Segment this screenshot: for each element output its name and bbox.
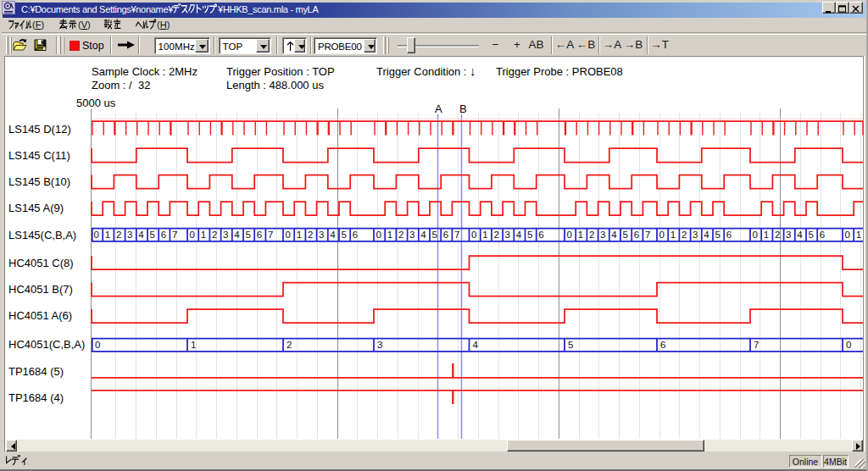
svg-text:5: 5 [342,230,347,240]
svg-text:3: 3 [409,230,415,240]
svg-text:0: 0 [376,230,381,240]
svg-text:4: 4 [420,230,426,240]
svg-text:4: 4 [704,230,709,240]
svg-text:2: 2 [589,230,594,240]
svg-text:0: 0 [286,230,291,240]
svg-text:4: 4 [234,230,240,240]
svg-text:2: 2 [398,230,403,240]
svg-text:3: 3 [600,230,605,240]
svg-text:1: 1 [856,230,861,240]
svg-text:5: 5 [568,340,573,350]
svg-text:2: 2 [775,230,780,240]
svg-text:5: 5 [432,230,437,240]
svg-text:4: 4 [138,230,144,240]
svg-text:4: 4 [330,230,336,240]
svg-text:4: 4 [516,230,522,240]
svg-text:3: 3 [127,230,132,240]
svg-text:4: 4 [473,340,479,350]
svg-text:2: 2 [116,230,121,240]
svg-text:5: 5 [715,230,721,240]
svg-text:3: 3 [786,230,791,240]
svg-text:6: 6 [161,230,166,240]
svg-text:2: 2 [287,340,292,350]
svg-text:0: 0 [845,230,850,240]
svg-text:6: 6 [257,230,262,240]
svg-text:6: 6 [726,230,732,240]
svg-text:6: 6 [538,230,543,240]
svg-text:0: 0 [95,340,100,350]
svg-text:7: 7 [645,230,650,240]
svg-text:6: 6 [443,230,448,240]
svg-text:6: 6 [660,340,665,350]
svg-text:6: 6 [820,230,825,240]
svg-text:6: 6 [634,230,639,240]
svg-text:2: 2 [493,230,498,240]
svg-text:1: 1 [482,230,487,240]
svg-text:1: 1 [578,230,583,240]
svg-text:3: 3 [505,230,510,240]
svg-text:0: 0 [659,230,665,240]
svg-text:1: 1 [387,230,392,240]
svg-text:7: 7 [268,230,273,240]
svg-text:1: 1 [670,230,676,240]
svg-text:3: 3 [693,230,698,240]
svg-text:1: 1 [201,230,206,240]
svg-text:1: 1 [105,230,110,240]
svg-text:3: 3 [377,340,382,350]
svg-text:4: 4 [797,230,803,240]
svg-text:1: 1 [191,340,196,350]
svg-text:2: 2 [682,230,687,240]
svg-text:0: 0 [846,340,851,350]
svg-text:0: 0 [471,230,476,240]
svg-text:3: 3 [223,230,228,240]
svg-text:5: 5 [623,230,628,240]
svg-text:0: 0 [94,230,99,240]
svg-text:1: 1 [297,230,302,240]
svg-text:1: 1 [764,230,769,240]
svg-text:7: 7 [172,230,177,240]
svg-text:0: 0 [567,230,572,240]
svg-text:5: 5 [150,230,155,240]
svg-text:2: 2 [308,230,313,240]
svg-text:7: 7 [754,340,759,350]
svg-text:5: 5 [527,230,532,240]
svg-text:5: 5 [246,230,251,240]
svg-text:3: 3 [319,230,324,240]
svg-text:4: 4 [611,230,617,240]
svg-text:6: 6 [353,230,358,240]
svg-text:0: 0 [190,230,195,240]
svg-text:2: 2 [212,230,217,240]
svg-text:0: 0 [753,230,758,240]
svg-text:5: 5 [809,230,814,240]
svg-text:7: 7 [454,230,459,240]
